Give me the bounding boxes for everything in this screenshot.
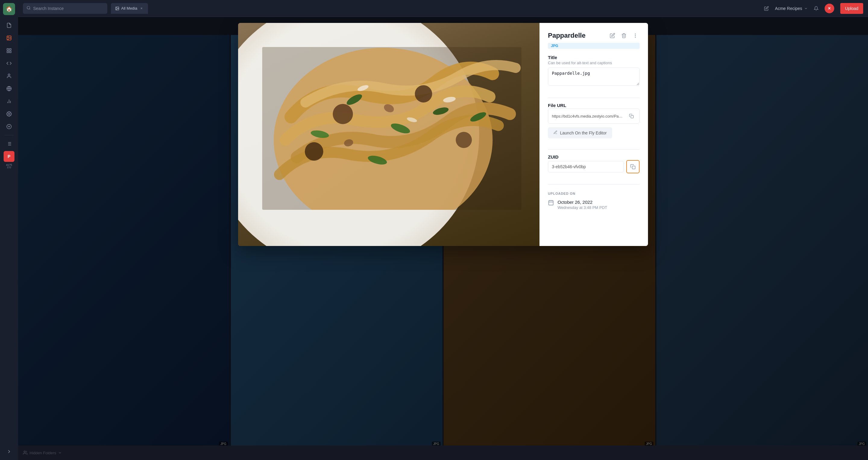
sidebar-item-schema[interactable] [4,45,14,56]
sidebar-item-analytics[interactable] [4,96,14,107]
svg-point-6 [8,74,10,76]
svg-point-43 [635,34,636,34]
divider-1 [548,98,640,98]
svg-rect-3 [10,49,11,50]
file-url-row: https://bd1c4vfs.media.zestyio.com/Pappa… [548,109,640,124]
details-header: Pappardelle [548,31,640,40]
sidebar-item-add[interactable] [4,121,14,132]
details-panel: Pappardelle [539,23,648,246]
svg-line-23 [30,9,30,10]
uploaded-row: October 26, 2022 Wednesday at 3:48 PM PD… [548,199,640,210]
fly-editor-button[interactable]: Launch On the Fly Editor [548,127,612,139]
file-url-text: https://bd1c4vfs.media.zestyio.com/Pappa… [552,114,625,119]
upload-button[interactable]: Upload [840,3,863,14]
sidebar-item-code[interactable] [4,58,14,69]
file-type-badge: JPG [548,43,640,49]
search-box[interactable] [23,3,107,14]
sidebar-item-media[interactable] [4,33,14,43]
sidebar-logo[interactable]: 🏠 [3,3,15,15]
calendar-icon [548,200,554,207]
topbar-edit-icon[interactable] [762,4,771,13]
svg-point-28 [333,104,353,124]
svg-rect-2 [7,49,8,50]
title-field-section: Title Can be used for alt-text and capti… [548,55,640,87]
guid-row [548,160,640,173]
sidebar-item-list[interactable] [4,139,14,149]
guid-copy-button[interactable] [626,160,640,173]
tab-all-media-label: All Media [121,6,137,10]
sidebar-item-settings[interactable] [4,109,14,119]
divider-2 [548,149,640,150]
content-area: JPG JPG JPG JPG Hidden Folders [18,17,868,460]
uploaded-date: October 26, 2022 [558,199,607,205]
svg-rect-5 [7,51,8,53]
modal-overlay: Pappardelle [18,17,868,460]
uploaded-label: UPLOADED ON [548,192,640,195]
details-actions [608,31,640,40]
file-url-label: File URL [548,103,640,108]
sidebar-collapse[interactable] [4,446,14,457]
svg-point-45 [635,37,636,38]
svg-rect-4 [10,51,11,53]
fly-editor-label: Launch On the Fly Editor [560,130,607,135]
svg-rect-46 [631,116,633,118]
sidebar-divider [4,135,13,135]
svg-point-29 [415,85,432,102]
edit-action-button[interactable] [608,31,617,40]
svg-point-31 [305,142,323,161]
sidebar-item-pages[interactable]: P [4,151,14,162]
title-field-hint: Can be used for alt-text and captions [548,61,640,65]
delete-action-button[interactable] [620,31,628,40]
brand-name: Acme Recipes [775,6,802,11]
svg-point-25 [116,7,117,8]
uploaded-time: Wednesday at 3:48 PM PDT [558,205,607,210]
svg-rect-48 [549,201,553,205]
uploaded-section: UPLOADED ON October 26, 2022 Wednesday a… [548,192,640,210]
search-input[interactable] [33,6,104,11]
pencil-icon [553,130,558,135]
more-action-button[interactable] [631,31,640,40]
search-icon [27,6,31,11]
uploaded-date-block: October 26, 2022 Wednesday at 3:48 PM PD… [558,199,607,210]
topbar: All Media × Acme Recipes × Upload [18,0,868,17]
svg-point-1 [8,37,8,37]
sidebar-item-content[interactable] [4,20,14,31]
modal-title: Pappardelle [548,32,586,39]
sidebar-item-seo[interactable] [4,83,14,94]
guid-input[interactable] [548,161,624,173]
svg-point-12 [8,113,10,115]
sidebar-item-contacts[interactable] [4,70,14,82]
image-panel [238,23,539,246]
main-content: All Media × Acme Recipes × Upload [18,0,868,460]
file-url-copy-button[interactable] [627,112,636,120]
topbar-brand[interactable]: Acme Recipes [775,6,807,11]
guid-field-section: ZUID [548,154,640,173]
svg-point-22 [27,6,30,9]
svg-point-30 [456,132,472,148]
sidebar-pages-count: 4175777 [6,164,12,169]
file-url-section: File URL https://bd1c4vfs.media.zestyio.… [548,103,640,139]
title-field-input[interactable] [548,67,640,86]
svg-point-44 [635,35,636,36]
modal: Pappardelle [238,23,648,246]
close-button[interactable]: × [825,4,834,13]
tab-close-icon[interactable]: × [139,6,144,11]
topbar-right: Acme Recipes × Upload [762,3,863,14]
notification-icon[interactable] [811,4,821,13]
svg-rect-47 [632,166,635,169]
sidebar: 🏠 P [0,0,18,460]
title-field-label: Title [548,55,640,60]
app-shell: 🏠 P [0,0,868,460]
guid-field-label: ZUID [548,154,640,159]
tab-all-media[interactable]: All Media × [111,3,148,14]
tab-bar: All Media × [111,3,148,14]
